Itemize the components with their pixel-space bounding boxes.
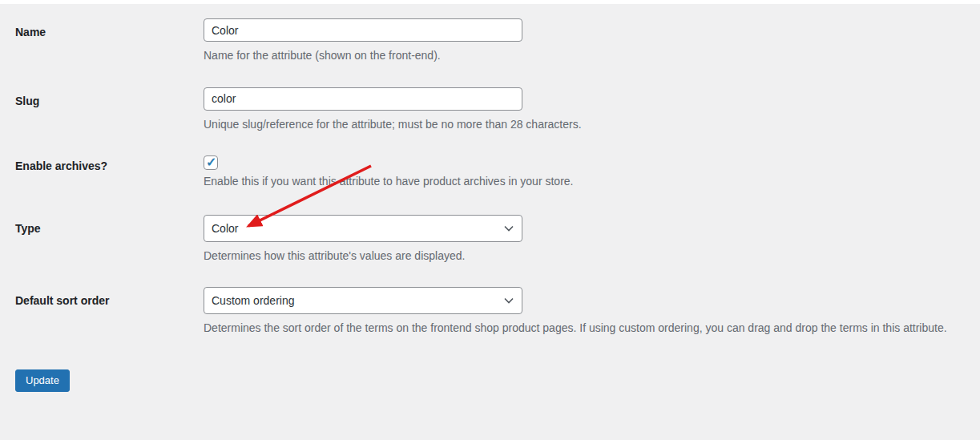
enable-archives-help-text: Enable this if you want this attribute t… [204,175,964,189]
form-row-type: Type Color Determines how this attribute… [15,215,964,264]
slug-label: Slug [15,87,204,108]
name-input[interactable] [204,18,522,42]
default-sort-order-help-text: Determines the sort order of the terms o… [204,321,964,336]
form-row-default-sort-order: Default sort order Custom ordering Deter… [15,287,964,336]
slug-input[interactable] [204,87,522,111]
form-row-enable-archives: Enable archives? Enable this if you want… [15,155,964,189]
type-help-text: Determines how this attribute's values a… [204,249,964,264]
form-row-slug: Slug Unique slug/reference for the attri… [15,87,964,132]
attribute-edit-form: Name Name for the attribute (shown on th… [0,4,980,392]
enable-archives-checkbox[interactable] [204,155,218,170]
type-select[interactable]: Color [204,215,522,242]
default-sort-order-select[interactable]: Custom ordering [204,287,522,314]
enable-archives-label: Enable archives? [15,155,204,173]
form-actions: Update [15,365,964,392]
form-row-name: Name Name for the attribute (shown on th… [15,18,964,63]
update-button[interactable]: Update [15,369,70,392]
name-help-text: Name for the attribute (shown on the fro… [204,49,964,63]
name-label: Name [15,18,204,39]
default-sort-order-label: Default sort order [15,287,204,308]
type-label: Type [15,215,204,236]
slug-help-text: Unique slug/reference for the attribute;… [204,118,964,132]
